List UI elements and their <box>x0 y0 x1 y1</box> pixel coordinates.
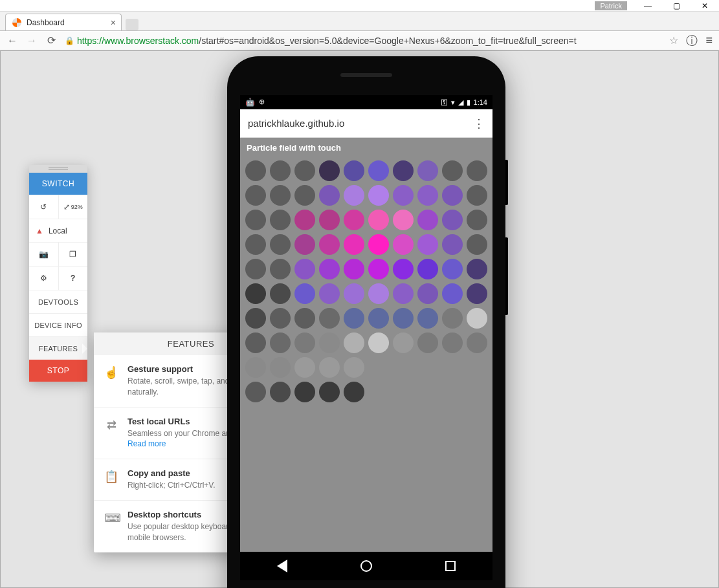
particle-dot <box>319 332 340 353</box>
particle-dot <box>270 283 291 304</box>
zoom-button[interactable]: ⤢92% <box>59 195 88 219</box>
browser-tabstrip: Dashboard × <box>0 12 719 31</box>
particle-dot <box>417 332 438 353</box>
particle-dot <box>393 185 414 206</box>
gear-icon: ⚙ <box>40 274 47 283</box>
bookmark-star-icon[interactable]: ☆ <box>669 34 678 47</box>
window-minimize-button[interactable]: — <box>634 0 662 12</box>
read-more-link[interactable]: Read more <box>127 439 166 448</box>
android-url-text: patrickhlauke.github.io <box>248 118 344 129</box>
particle-dot <box>270 210 291 230</box>
particle-dot <box>344 283 364 304</box>
url-protocol: https <box>77 36 96 46</box>
browser-tab-dashboard[interactable]: Dashboard × <box>5 14 122 30</box>
particle-dot <box>442 234 463 255</box>
rotate-button[interactable]: ↺ <box>29 195 59 219</box>
window-maximize-button[interactable]: ▢ <box>662 0 691 12</box>
particle-dot <box>245 234 266 255</box>
forward-button[interactable]: → <box>26 35 38 47</box>
info-icon[interactable]: ⓘ <box>686 33 698 49</box>
particle-dot <box>270 259 291 279</box>
clipboard-icon: 📋 <box>104 468 118 491</box>
status-time: 1:14 <box>474 98 487 106</box>
particle-dot <box>245 283 266 304</box>
particle-field[interactable] <box>240 158 492 419</box>
wifi-icon: ▾ <box>451 98 455 107</box>
android-url-bar[interactable]: patrickhlauke.github.io ⋮ <box>240 109 492 138</box>
back-button[interactable]: ← <box>6 35 18 47</box>
particle-dot <box>368 332 389 353</box>
browser-menu-icon[interactable]: ≡ <box>705 34 713 47</box>
particle-dot <box>245 382 266 402</box>
device-info-button[interactable]: DEVICE INFO <box>29 313 87 336</box>
url-path: /start#os=android&os_version=5.0&device=… <box>199 36 576 46</box>
particle-dot <box>393 332 414 353</box>
particle-dot <box>344 160 364 181</box>
particle-dot <box>344 210 364 230</box>
warning-icon: ▲ <box>36 226 43 235</box>
phone-side-button <box>505 237 508 315</box>
particle-dot <box>467 308 487 329</box>
key-icon: ⚿ <box>441 98 448 106</box>
browser-toolbar: ← → ⟳ 🔒 https ://www.browserstack.com /s… <box>0 31 719 50</box>
particle-dot <box>344 308 364 329</box>
switch-button[interactable]: SWITCH <box>29 173 87 195</box>
particle-dot <box>344 185 364 206</box>
tab-title: Dashboard <box>27 18 65 27</box>
windows-button[interactable]: ❐ <box>59 243 88 266</box>
new-tab-button[interactable] <box>126 19 138 30</box>
feature-title: Copy and paste <box>127 468 216 478</box>
android-menu-icon[interactable]: ⋮ <box>473 116 485 131</box>
screenshot-button[interactable]: 📷 <box>29 243 59 266</box>
particle-dot <box>344 259 364 279</box>
particle-dot <box>294 283 315 304</box>
rotate-icon: ↺ <box>40 202 47 212</box>
particle-dot <box>344 382 364 402</box>
particle-dot <box>442 160 463 181</box>
particle-dot <box>393 210 414 230</box>
particle-dot <box>368 283 389 304</box>
page-viewport: SWITCH ↺ ⤢92% ▲ Local 📷 ❐ ⚙ ? DEVTOOLS D… <box>0 50 719 588</box>
particle-dot <box>319 308 340 329</box>
settings-button[interactable]: ⚙ <box>29 267 59 290</box>
particle-dot <box>393 308 414 329</box>
lock-icon: 🔒 <box>65 36 74 45</box>
gesture-icon: ☝ <box>104 364 118 398</box>
particle-dot <box>442 308 463 329</box>
particle-dot <box>467 234 487 255</box>
camera-icon: 📷 <box>39 250 49 259</box>
window-titlebar: Patrick — ▢ ✕ <box>0 0 719 12</box>
particle-dot <box>368 308 389 329</box>
particle-dot <box>245 308 266 329</box>
particle-dot <box>245 185 266 206</box>
devtools-button[interactable]: DEVTOOLS <box>29 290 87 313</box>
android-recent-button[interactable] <box>444 560 457 572</box>
android-back-button[interactable] <box>276 560 289 572</box>
window-close-button[interactable]: ✕ <box>691 0 719 12</box>
particle-dot <box>270 332 291 353</box>
local-button[interactable]: ▲ Local <box>29 219 87 242</box>
particle-dot <box>245 259 266 279</box>
sidebar-drag-handle[interactable] <box>29 165 87 173</box>
debug-icon: ⊕ <box>259 98 265 107</box>
android-home-button[interactable] <box>360 560 373 572</box>
windows-icon: ❐ <box>69 250 76 259</box>
help-icon: ? <box>71 274 75 283</box>
help-button[interactable]: ? <box>59 267 88 290</box>
battery-icon: ▮ <box>467 98 470 107</box>
particle-dot <box>467 332 487 353</box>
stop-button[interactable]: STOP <box>29 360 87 382</box>
reload-button[interactable]: ⟳ <box>45 34 57 47</box>
features-button[interactable]: FEATURES <box>29 336 87 360</box>
window-user-badge: Patrick <box>595 1 627 10</box>
device-screen[interactable]: 🤖 ⊕ ⚿ ▾ ◢ ▮ 1:14 patrickhlauke.github.io… <box>240 95 492 580</box>
particle-dot <box>294 234 315 255</box>
particle-dot <box>270 308 291 329</box>
particle-dot <box>294 210 315 230</box>
particle-dot <box>368 234 389 255</box>
particle-dot <box>417 185 438 206</box>
address-bar[interactable]: 🔒 https ://www.browserstack.com /start#o… <box>65 36 658 46</box>
particle-dot <box>467 210 487 230</box>
tab-close-icon[interactable]: × <box>111 17 116 28</box>
particle-dot <box>270 185 291 206</box>
